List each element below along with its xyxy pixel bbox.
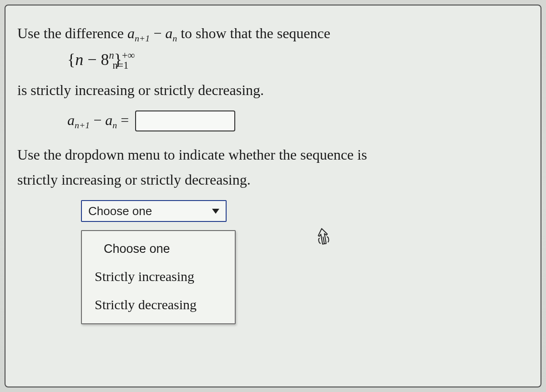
var-a: a	[127, 25, 135, 41]
subscript: n	[112, 120, 117, 130]
dropdown-option-decreasing[interactable]: Strictly decreasing	[82, 291, 235, 319]
difference-answer-input[interactable]	[135, 111, 235, 131]
monotonicity-dropdown[interactable]: Choose one	[81, 200, 227, 222]
dropdown-option-placeholder[interactable]: Choose one	[82, 236, 235, 262]
chevron-down-icon	[212, 209, 219, 214]
equals: =	[117, 112, 129, 128]
answer-label: an+1 − an =	[67, 112, 129, 131]
subscript: n+1	[135, 33, 150, 43]
var-a: a	[67, 112, 75, 128]
upper-limit: +∞	[122, 50, 135, 61]
dropdown-selected-label: Choose one	[88, 204, 152, 218]
minus: −	[90, 112, 105, 128]
exponent-n: n	[109, 50, 114, 61]
difference-expression: an+1 − an	[127, 25, 181, 41]
answer-row: an+1 − an =	[67, 111, 529, 131]
text: to show that the sequence	[181, 25, 330, 41]
prompt-line-3: Use the dropdown menu to indicate whethe…	[17, 144, 529, 165]
dropdown-area: Choose one Choose one Strictly increasin…	[81, 200, 529, 324]
text: Use the difference	[17, 25, 127, 41]
var-a: a	[165, 25, 172, 41]
lower-limit: n=1	[112, 60, 128, 71]
minus-eight: − 8	[83, 50, 109, 69]
var-a: a	[105, 112, 112, 128]
sequence-expression: {n − 8n}+∞n=1	[67, 50, 529, 71]
dropdown-option-increasing[interactable]: Strictly increasing	[82, 262, 235, 291]
prompt-line-4: strictly increasing or strictly decreasi…	[17, 169, 529, 190]
prompt-line-2: is strictly increasing or strictly decre…	[17, 80, 529, 101]
prompt-line-1: Use the difference an+1 − an to show tha…	[17, 23, 529, 45]
dropdown-options-list: Choose one Strictly increasing Strictly …	[81, 230, 236, 324]
minus: −	[150, 25, 165, 41]
brace-open: {	[67, 50, 75, 69]
subscript: n+1	[75, 120, 90, 130]
screen-photo-frame: Use the difference an+1 − an to show tha…	[0, 0, 546, 392]
question-panel: Use the difference an+1 − an to show tha…	[5, 5, 541, 387]
var-n: n	[75, 50, 83, 69]
subscript: n	[172, 33, 177, 43]
